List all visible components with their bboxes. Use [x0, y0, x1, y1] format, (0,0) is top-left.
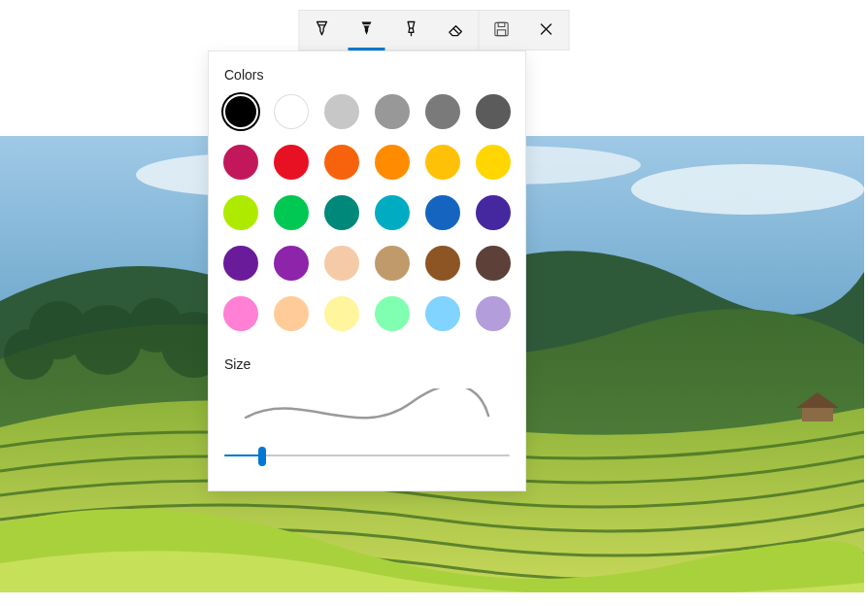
- color-swatch-white[interactable]: [274, 94, 309, 129]
- color-swatch-amber[interactable]: [375, 145, 410, 180]
- color-swatch-lavender[interactable]: [476, 296, 511, 331]
- color-swatch-black[interactable]: [223, 94, 258, 129]
- color-swatch-yellow[interactable]: [476, 145, 511, 180]
- svg-rect-2: [497, 29, 505, 35]
- color-swatch-cyan[interactable]: [375, 195, 410, 230]
- highlighter-tool-button[interactable]: [389, 11, 434, 50]
- color-swatch-teal[interactable]: [324, 195, 359, 230]
- size-heading: Size: [224, 353, 510, 380]
- pen-settings-panel: Colors Size: [208, 50, 526, 491]
- color-swatch-orange[interactable]: [324, 145, 359, 180]
- color-swatch-magenta-dark[interactable]: [223, 145, 258, 180]
- svg-rect-13: [802, 408, 833, 421]
- ballpoint-pen-icon: [313, 19, 332, 42]
- size-slider[interactable]: [224, 442, 510, 469]
- eraser-tool-button[interactable]: [434, 11, 479, 50]
- pencil-icon: [357, 19, 377, 42]
- save-button[interactable]: [480, 11, 524, 50]
- color-swatch-skin[interactable]: [324, 246, 359, 281]
- slider-fill: [224, 454, 262, 456]
- color-swatch-lime[interactable]: [223, 195, 258, 230]
- pencil-tool-button[interactable]: [345, 11, 389, 50]
- color-swatch-light-gray[interactable]: [324, 94, 359, 129]
- svg-point-11: [4, 329, 54, 380]
- color-swatch-purple[interactable]: [223, 246, 258, 281]
- color-swatch-pale-yellow[interactable]: [324, 296, 359, 331]
- slider-thumb[interactable]: [258, 447, 266, 466]
- size-preview-wave: [224, 386, 510, 430]
- color-swatch-dark-brown[interactable]: [476, 246, 511, 281]
- color-swatch-dim-gray[interactable]: [425, 94, 460, 129]
- ballpoint-pen-tool-button[interactable]: [300, 11, 345, 50]
- color-swatch-grid: [209, 90, 525, 343]
- close-icon: [537, 19, 556, 42]
- color-swatch-sky[interactable]: [425, 296, 460, 331]
- color-swatch-peach[interactable]: [274, 296, 309, 331]
- svg-point-6: [631, 164, 864, 215]
- color-swatch-gray[interactable]: [375, 94, 410, 129]
- colors-heading: Colors: [209, 63, 525, 90]
- close-button[interactable]: [524, 11, 569, 50]
- color-swatch-red[interactable]: [274, 145, 309, 180]
- eraser-icon: [447, 19, 466, 42]
- color-swatch-tan[interactable]: [375, 246, 410, 281]
- color-swatch-blue[interactable]: [425, 195, 460, 230]
- highlighter-icon: [402, 19, 421, 42]
- color-swatch-dark-gray[interactable]: [476, 94, 511, 129]
- svg-rect-1: [498, 22, 505, 26]
- color-swatch-mint[interactable]: [375, 296, 410, 331]
- color-swatch-indigo[interactable]: [476, 195, 511, 230]
- color-swatch-violet[interactable]: [274, 246, 309, 281]
- color-swatch-brown[interactable]: [425, 246, 460, 281]
- save-icon: [492, 19, 512, 42]
- slider-track: [224, 454, 510, 456]
- annotation-toolbar: [299, 10, 570, 50]
- color-swatch-pink-light[interactable]: [223, 296, 258, 331]
- color-swatch-gold[interactable]: [425, 145, 460, 180]
- color-swatch-green[interactable]: [274, 195, 309, 230]
